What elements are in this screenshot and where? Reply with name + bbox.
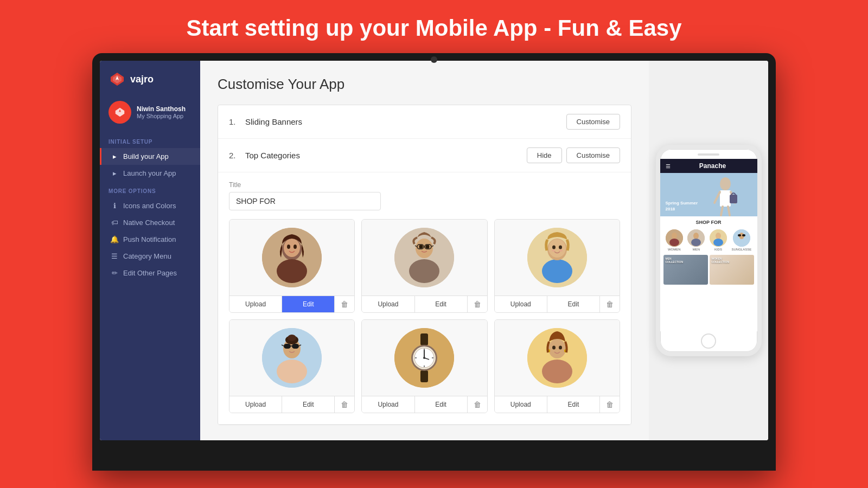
phone-banner: Spring Summer2018 [660, 173, 757, 216]
laptop-frame: vajro Niwin Santhosh My Shopping App IN [92, 53, 776, 471]
phone-grid-women: WOKENCOLLECTION [710, 255, 754, 285]
svg-point-24 [548, 239, 566, 258]
svg-point-26 [559, 246, 562, 249]
phone-home-button[interactable] [701, 333, 716, 349]
image-actions-3: Upload Edit 🗑 [229, 396, 354, 413]
phone-cat-img-men [687, 229, 705, 247]
upload-btn-4[interactable]: Upload [362, 396, 414, 413]
delete-btn-1[interactable]: 🗑 [468, 296, 487, 312]
svg-point-9 [287, 245, 290, 249]
phone-frame: ☰ Panache [656, 145, 762, 356]
svg-point-10 [293, 245, 297, 249]
upload-btn-1[interactable]: Upload [362, 296, 414, 312]
svg-point-60 [720, 177, 731, 190]
phone-grid-men-label: MENCOLLECTION [663, 255, 708, 266]
image-card-3: Upload Edit 🗑 [229, 319, 355, 413]
phone-cat-img-sunglasses [733, 229, 750, 247]
edit-btn-0[interactable]: Edit [282, 296, 335, 312]
image-preview-5 [495, 320, 620, 396]
section-2-number: 2. [229, 151, 245, 160]
svg-point-71 [693, 233, 699, 239]
phone-product-grid: MENCOLLECTION WOKENCOLLECTION [660, 253, 757, 286]
phone-cat-label-men: MEN [693, 248, 700, 251]
delete-btn-5[interactable]: 🗑 [600, 396, 620, 413]
image-card-2: Upload Edit 🗑 [494, 219, 620, 313]
svg-point-47 [423, 357, 425, 359]
phone-mockup-area: ☰ Panache [649, 61, 768, 440]
svg-point-12 [409, 259, 439, 283]
sidebar-item-category[interactable]: ☰ Category Menu [100, 248, 200, 265]
menu-icon: ☰ [110, 252, 119, 260]
phone-cat-women: WOMEN [666, 229, 683, 251]
sidebar-item-edit-pages[interactable]: ✏ Edit Other Pages [100, 265, 200, 281]
sidebar-logo: vajro [100, 61, 200, 95]
phone-categories: WOMEN MEN [660, 227, 757, 253]
laptop-camera [431, 56, 437, 63]
expanded-categories-section: Title [218, 172, 631, 425]
upload-btn-3[interactable]: Upload [229, 396, 282, 413]
user-info: Niwin Santhosh My Shopping App [137, 105, 186, 119]
user-app-name: My Shopping App [137, 113, 186, 119]
phone-cat-img-women [666, 229, 683, 247]
launch-label: Launch your App [123, 169, 176, 177]
top-categories-customise-btn[interactable]: Customise [566, 147, 620, 163]
sidebar-item-checkout[interactable]: 🏷 Native Checkout [100, 214, 200, 231]
delete-btn-4[interactable]: 🗑 [468, 396, 487, 413]
edit-btn-2[interactable]: Edit [547, 296, 600, 312]
phone-cat-label-women: WOMEN [668, 248, 681, 251]
info-icon: ℹ [110, 202, 119, 210]
image-card-4: Upload Edit 🗑 [361, 319, 487, 413]
upload-btn-0[interactable]: Upload [229, 296, 282, 312]
svg-rect-61 [720, 190, 731, 207]
svg-rect-32 [284, 344, 291, 349]
svg-rect-40 [420, 333, 428, 345]
edit-btn-1[interactable]: Edit [415, 296, 468, 312]
phone-cat-img-kids [710, 229, 727, 247]
person-circle-2 [527, 228, 587, 287]
push-label: Push Notification [123, 235, 176, 243]
phone-topbar: ☰ Panache [660, 159, 757, 173]
upload-btn-5[interactable]: Upload [495, 396, 547, 413]
title-input[interactable] [229, 192, 381, 210]
edit-icon: ✏ [110, 269, 119, 277]
main-content: Customise Your App 1. Sliding Banners Cu… [200, 61, 649, 440]
sidebar-item-icons[interactable]: ℹ Icons and Colors [100, 197, 200, 214]
edit-btn-4[interactable]: Edit [415, 396, 468, 413]
phone-cat-men: MEN [687, 229, 705, 251]
svg-rect-79 [742, 234, 745, 236]
svg-point-28 [559, 249, 563, 252]
sidebar: vajro Niwin Santhosh My Shopping App IN [100, 61, 200, 440]
top-categories-hide-btn[interactable]: Hide [527, 147, 562, 163]
phone-shop-for: SHOP FOR [660, 216, 757, 227]
checkout-label: Native Checkout [123, 219, 175, 227]
phone-speaker [698, 153, 719, 156]
upload-btn-2[interactable]: Upload [495, 296, 547, 312]
person-circle-3 [262, 328, 322, 388]
phone-cat-label-sunglasses: SUNGLASSE [732, 248, 752, 251]
page-title: Customise Your App [218, 76, 631, 93]
section-1-number: 1. [229, 117, 245, 126]
sidebar-item-push[interactable]: 🔔 Push Notification [100, 231, 200, 248]
image-actions-0: Upload Edit 🗑 [229, 296, 354, 312]
image-preview-2 [495, 220, 620, 296]
sliding-banners-row: 1. Sliding Banners Customise [218, 105, 631, 139]
sliding-banners-customise-btn[interactable]: Customise [566, 114, 620, 130]
top-categories-name: Top Categories [245, 151, 522, 160]
build-icon: ▸ [110, 152, 119, 160]
edit-btn-5[interactable]: Edit [547, 396, 600, 413]
page-heading: Start setting up your Mobile App - Fun &… [0, 0, 868, 53]
svg-point-22 [542, 259, 572, 283]
edit-btn-3[interactable]: Edit [282, 396, 335, 413]
person-circle-5 [527, 328, 587, 388]
sliding-banners-name: Sliding Banners [245, 117, 562, 126]
laptop-screen: vajro Niwin Santhosh My Shopping App IN [100, 61, 768, 440]
sections-card: 1. Sliding Banners Customise 2. Top Cate… [218, 105, 631, 425]
sidebar-item-build[interactable]: ▸ Build your App [100, 148, 200, 165]
svg-point-30 [277, 359, 307, 383]
sidebar-item-launch[interactable]: ▸ Launch your App [100, 165, 200, 182]
delete-btn-3[interactable]: 🗑 [335, 396, 354, 413]
delete-btn-2[interactable]: 🗑 [600, 296, 620, 312]
delete-btn-0[interactable]: 🗑 [335, 296, 354, 312]
user-avatar [108, 101, 131, 124]
phone-cat-label-kids: KIDS [714, 248, 722, 251]
